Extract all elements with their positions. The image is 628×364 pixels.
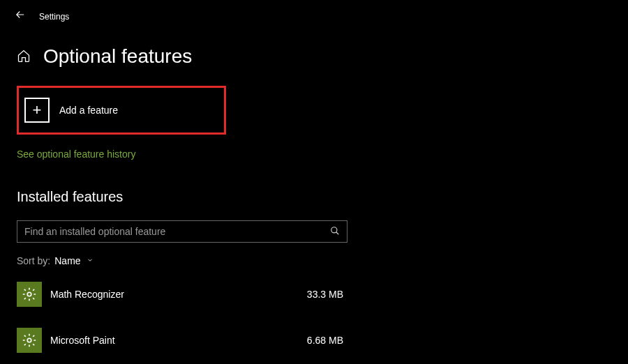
feature-name: Microsoft Paint bbox=[50, 335, 307, 346]
history-link[interactable]: See optional feature history bbox=[17, 149, 611, 160]
svg-point-2 bbox=[27, 338, 31, 342]
plus-icon: + bbox=[24, 98, 50, 123]
feature-item[interactable]: Microsoft Paint 6.68 MB bbox=[17, 324, 347, 357]
search-box[interactable] bbox=[17, 220, 347, 243]
svg-point-1 bbox=[27, 292, 31, 296]
sort-label: Sort by: bbox=[17, 255, 50, 266]
add-feature-label: Add a feature bbox=[59, 105, 118, 116]
gear-icon bbox=[17, 328, 42, 353]
home-icon[interactable] bbox=[17, 49, 31, 65]
page-title: Optional features bbox=[43, 45, 192, 68]
add-feature-button[interactable]: + Add a feature bbox=[24, 98, 218, 123]
gear-icon bbox=[17, 282, 42, 307]
back-button[interactable] bbox=[14, 8, 27, 24]
feature-name: Math Recognizer bbox=[50, 289, 307, 300]
feature-size: 33.3 MB bbox=[307, 289, 347, 300]
search-icon bbox=[330, 226, 340, 238]
search-input[interactable] bbox=[24, 226, 330, 237]
feature-size: 6.68 MB bbox=[307, 335, 347, 346]
sort-dropdown[interactable]: Sort by: Name bbox=[17, 255, 611, 266]
feature-item[interactable]: Math Recognizer 33.3 MB bbox=[17, 278, 347, 311]
titlebar-label: Settings bbox=[39, 12, 69, 22]
svg-point-0 bbox=[331, 227, 337, 232]
add-feature-highlight: + Add a feature bbox=[17, 86, 226, 135]
installed-heading: Installed features bbox=[17, 189, 611, 205]
sort-value: Name bbox=[54, 255, 80, 266]
chevron-down-icon bbox=[87, 257, 94, 265]
